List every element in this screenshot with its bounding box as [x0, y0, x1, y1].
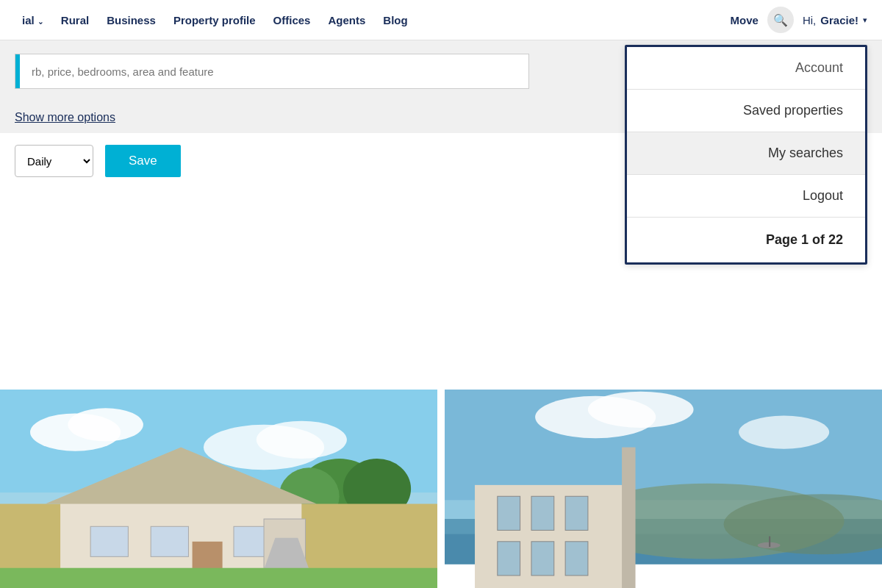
svg-rect-32	[498, 542, 520, 576]
navbar: ial ⌄ Rural Business Property profile Of…	[0, 0, 882, 40]
property-image-1	[0, 390, 437, 588]
svg-rect-29	[498, 496, 520, 530]
svg-rect-13	[151, 526, 188, 556]
search-bar	[15, 54, 529, 89]
search-input[interactable]	[20, 57, 528, 87]
nav-move-link[interactable]: Move	[731, 14, 759, 26]
nav-item-residential[interactable]: ial ⌄	[15, 14, 51, 26]
show-more-options-link[interactable]: Show more options	[15, 111, 115, 123]
nav-item-agents[interactable]: Agents	[320, 14, 373, 26]
svg-rect-18	[0, 568, 437, 588]
svg-point-23	[739, 415, 829, 448]
user-dropdown-menu: Account Saved properties My searches Log…	[625, 45, 867, 265]
svg-rect-30	[531, 496, 554, 530]
dropdown-item-my-searches[interactable]: My searches	[627, 132, 865, 174]
nav-right: Move 🔍 Hi, Gracie! ▾ Account Saved prope…	[731, 7, 867, 33]
nav-item-rural[interactable]: Rural	[54, 14, 96, 26]
property-card-1[interactable]	[0, 390, 437, 588]
property-image-2	[445, 390, 882, 588]
dropdown-item-saved-properties[interactable]: Saved properties	[627, 90, 865, 132]
svg-rect-31	[565, 496, 588, 530]
nav-item-property-profile[interactable]: Property profile	[166, 14, 263, 26]
chevron-down-icon: ⌄	[37, 18, 43, 26]
search-icon-button[interactable]: 🔍	[767, 7, 794, 33]
property-card-2[interactable]	[445, 390, 882, 588]
svg-rect-33	[531, 542, 554, 576]
nav-item-business[interactable]: Business	[99, 14, 163, 26]
svg-rect-35	[622, 448, 635, 588]
svg-rect-34	[565, 542, 588, 576]
user-menu-area: Hi, Gracie! ▾ Account Saved properties M…	[803, 14, 867, 26]
svg-point-3	[68, 408, 143, 441]
nav-item-blog[interactable]: Blog	[376, 14, 415, 26]
dropdown-item-account[interactable]: Account	[627, 47, 865, 89]
username-label: Gracie!	[820, 14, 858, 26]
page-info: Page 1 of 22	[627, 218, 865, 262]
svg-rect-12	[90, 526, 128, 556]
save-button[interactable]: Save	[105, 145, 181, 177]
user-menu-caret-icon: ▾	[863, 15, 867, 25]
svg-rect-37	[769, 537, 770, 547]
svg-point-5	[257, 421, 347, 459]
frequency-select[interactable]: Daily Instant Weekly	[15, 145, 93, 177]
search-icon: 🔍	[773, 13, 788, 27]
greeting-prefix: Hi,	[803, 14, 816, 26]
svg-point-22	[588, 392, 694, 428]
dropdown-item-logout[interactable]: Logout	[627, 175, 865, 217]
svg-point-36	[758, 542, 781, 548]
nav-links: ial ⌄ Rural Business Property profile Of…	[15, 14, 731, 26]
property-grid	[0, 390, 882, 588]
nav-item-offices[interactable]: Offices	[266, 14, 318, 26]
user-greeting-button[interactable]: Hi, Gracie! ▾	[803, 14, 867, 26]
